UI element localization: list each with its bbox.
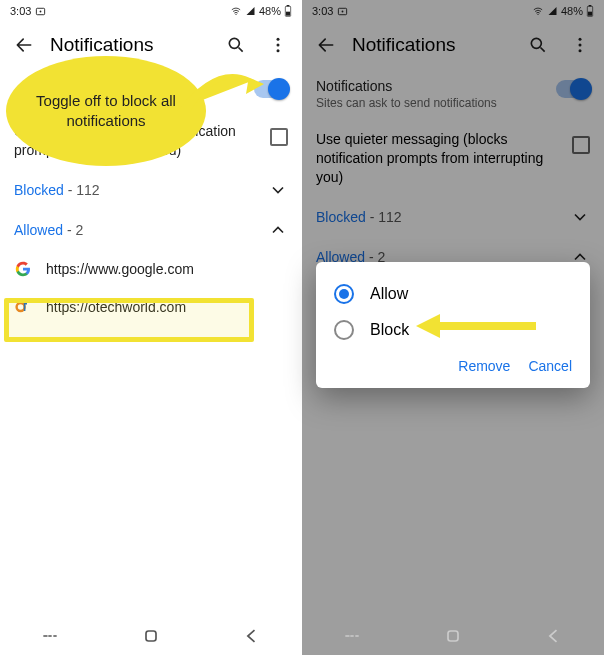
svg-rect-22 [436, 322, 536, 330]
site-row-google[interactable]: https://www.google.com [0, 250, 302, 288]
recents-icon[interactable] [342, 626, 362, 646]
blocked-label: Blocked [316, 209, 366, 225]
right-screenshot: 3:03 48% Notifications [302, 0, 604, 655]
status-time: 3:03 [10, 5, 31, 17]
site-url: https://www.google.com [46, 261, 194, 277]
callout-arrow-icon [172, 60, 272, 120]
quiet-line: Use quieter messaging (blocks notificati… [316, 130, 562, 187]
battery-icon [586, 5, 594, 17]
allowed-row[interactable]: Allowed - 2 [0, 210, 302, 250]
quieter-checkbox[interactable] [572, 136, 590, 154]
quieter-checkbox[interactable] [270, 128, 288, 146]
battery-icon [284, 5, 292, 17]
more-icon[interactable] [564, 29, 596, 61]
page-title: Notifications [352, 34, 512, 56]
svg-rect-23 [448, 631, 458, 641]
status-time: 3:03 [312, 5, 333, 17]
svg-rect-11 [146, 631, 156, 641]
option-allow[interactable]: Allow [328, 276, 578, 312]
recents-icon[interactable] [40, 626, 60, 646]
svg-rect-17 [588, 12, 592, 16]
chevron-up-icon [268, 220, 288, 240]
svg-rect-5 [286, 12, 290, 16]
back-icon[interactable] [310, 29, 342, 61]
allowed-label: Allowed [14, 222, 63, 238]
svg-point-20 [579, 44, 582, 47]
cancel-button[interactable]: Cancel [528, 358, 572, 374]
svg-point-8 [277, 44, 280, 47]
back-nav-icon[interactable] [544, 626, 564, 646]
blocked-count: - 112 [68, 182, 100, 198]
svg-rect-16 [589, 5, 592, 6]
screenshot-icon [337, 6, 348, 17]
allowed-count: - 2 [67, 222, 83, 238]
radio-off-icon[interactable] [334, 320, 354, 340]
signal-icon [245, 6, 256, 16]
svg-point-14 [537, 14, 538, 15]
allow-label: Allow [370, 285, 408, 303]
back-nav-icon[interactable] [242, 626, 262, 646]
svg-point-7 [277, 38, 280, 41]
home-icon[interactable] [141, 626, 161, 646]
chevron-down-icon [570, 207, 590, 227]
chevron-down-icon [268, 180, 288, 200]
blocked-label: Blocked [14, 182, 64, 198]
blocked-row[interactable]: Blocked - 112 [302, 197, 604, 237]
status-bar: 3:03 48% [0, 0, 302, 22]
block-label: Block [370, 321, 409, 339]
svg-point-1 [40, 10, 42, 12]
svg-rect-4 [287, 5, 290, 6]
svg-point-18 [531, 38, 541, 48]
notif-title: Notifications [316, 78, 546, 94]
blocked-row[interactable]: Blocked - 112 [0, 170, 302, 210]
radio-on-icon[interactable] [334, 284, 354, 304]
quieter-messaging-row[interactable]: Use quieter messaging (blocks notificati… [302, 120, 604, 197]
screenshot-icon [35, 6, 46, 17]
signal-icon [547, 6, 558, 16]
back-icon[interactable] [8, 29, 40, 61]
annotation-arrow-icon [416, 314, 546, 338]
wifi-icon [532, 6, 544, 16]
highlight-box [4, 298, 254, 342]
app-header: Notifications [302, 22, 604, 68]
more-icon[interactable] [262, 29, 294, 61]
blocked-count: - 112 [370, 209, 402, 225]
left-screenshot: 3:03 48% Notifications [0, 0, 302, 655]
notif-sub: Sites can ask to send notifications [316, 96, 546, 110]
svg-point-19 [579, 38, 582, 41]
notifications-toggle[interactable] [556, 80, 590, 98]
svg-point-6 [229, 38, 239, 48]
callout-text: Toggle off to block all notifications [30, 91, 182, 132]
svg-point-9 [277, 49, 280, 52]
search-icon[interactable] [220, 29, 252, 61]
status-bar: 3:03 48% [302, 0, 604, 22]
google-favicon-icon [14, 260, 32, 278]
svg-point-21 [579, 49, 582, 52]
page-title: Notifications [50, 34, 210, 56]
wifi-icon [230, 6, 242, 16]
home-icon[interactable] [443, 626, 463, 646]
search-icon[interactable] [522, 29, 554, 61]
notifications-toggle-row[interactable]: Notifications Sites can ask to send noti… [302, 68, 604, 120]
remove-button[interactable]: Remove [458, 358, 510, 374]
battery-pct: 48% [561, 5, 583, 17]
svg-point-2 [235, 14, 236, 15]
battery-pct: 48% [259, 5, 281, 17]
android-nav-bar [0, 617, 302, 655]
android-nav-bar [302, 617, 604, 655]
svg-point-13 [342, 10, 344, 12]
